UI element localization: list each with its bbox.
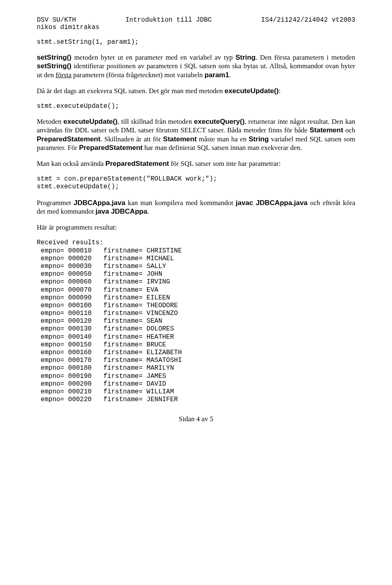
para-1-param1: param1: [205, 71, 229, 79]
para-1-t2: . Den första parametern i metoden: [256, 54, 355, 61]
para-4-preparedstatement: PreparedStatement: [105, 160, 169, 167]
para-1-first: första: [56, 71, 71, 79]
para-5-file: JDBCAppa.java: [74, 199, 125, 207]
para-5-t2: kan man kompilera med kommandot: [125, 199, 236, 207]
para-5: Programmet JDBCAppa.java kan man kompile…: [37, 199, 355, 216]
header-left: DSV SU/KTH: [37, 16, 76, 24]
results-row: empno= 000220 firstname= JENNIFER: [37, 396, 355, 404]
para-3-t6: måste man ha en: [197, 135, 249, 143]
results-row: empno= 000070 firstname= EVA: [37, 286, 355, 294]
para-3-statement: Statement: [310, 126, 343, 134]
results-row: empno= 000210 firstname= WILLIAM: [37, 388, 355, 396]
page-footer: Sidan 4 av 5: [37, 415, 355, 423]
para-4-t2: för SQL satser som inte har parametrar:: [169, 160, 281, 167]
para-1: setString() metoden byter ut en paramete…: [37, 53, 355, 79]
para-3-statement2: Statement: [163, 135, 196, 143]
para-3-executequery: executeQuery(): [194, 118, 245, 125]
results-row: empno= 000170 firstname= MASATOSHI: [37, 357, 355, 364]
para-3: Metoden executeUpdate(), till skillnad f…: [37, 117, 355, 152]
para-5-t4: .: [147, 208, 149, 215]
para-1-string: String: [236, 54, 256, 61]
para-3-preparedstatement: PreparedStatement: [37, 135, 100, 143]
para-5-cmd1: javac JDBCAppa.java: [236, 199, 307, 207]
results-row: empno= 000090 firstname= EILEEN: [37, 294, 355, 302]
para-5-cmd2: java JDBCAppa: [96, 208, 147, 215]
para-3-t4: och: [343, 126, 355, 134]
para-1-t5: .: [229, 71, 231, 79]
para-3-executeupdate: executeUpdate(): [63, 118, 117, 125]
results-row: empno= 000020 firstname= MICHAEL: [37, 255, 355, 263]
para-6: Här är programmets resultat:: [37, 223, 355, 232]
para-3-string: String: [249, 135, 269, 143]
para-2-t2: :: [278, 87, 281, 95]
results-list: empno= 000010 firstname= CHRISTINE empno…: [37, 247, 355, 404]
para-3-t1: Metoden: [37, 118, 63, 125]
results-row: empno= 000150 firstname= BRUCE: [37, 341, 355, 349]
para-3-t5: . Skillnaden är att för: [100, 135, 163, 143]
code-block-3: stmt = con.prepareStatement("ROLLBACK wo…: [37, 175, 355, 191]
para-1-t1: metoden byter ut en parameter med en var…: [71, 54, 236, 61]
document-page: DSV SU/KTH Introduktion till JDBC IS4/2i…: [0, 0, 392, 440]
para-3-preparedstatement2: PreparedStatement: [79, 144, 143, 152]
para-1-setstring: setString(): [37, 54, 71, 61]
results-row: empno= 000160 firstname= ELIZABETH: [37, 349, 355, 357]
results-row: empno= 000140 firstname= HEATHER: [37, 333, 355, 341]
code-line-2: stmt.executeUpdate();: [37, 103, 355, 110]
para-1-setstring2: setString(): [37, 62, 71, 70]
para-2-executeupdate: executeUpdate(): [225, 87, 278, 95]
header-sub: nikos dimitrakas: [37, 24, 355, 31]
results-row: empno= 000120 firstname= SEAN: [37, 317, 355, 325]
para-2: Då är det dags att exekvera SQL satsen. …: [37, 87, 355, 95]
results-header: Received results:: [37, 239, 355, 247]
code-line-1: stmt.setString(1, param1);: [37, 38, 355, 46]
results-row: empno= 000030 firstname= SALLY: [37, 263, 355, 270]
para-4-t1: Man kan också använda: [37, 160, 105, 167]
para-3-t2: , till skillnad från metoden: [118, 118, 194, 125]
para-3-t8: har man definierat SQL satsen innan man …: [143, 144, 302, 152]
para-4: Man kan också använda PreparedStatement …: [37, 159, 355, 168]
results-row: empno= 000010 firstname= CHRISTINE: [37, 247, 355, 255]
para-1-t4: parametern (första frågetecknet) mot var…: [71, 71, 205, 79]
results-row: empno= 000110 firstname= VINCENZO: [37, 310, 355, 317]
results-row: empno= 000130 firstname= DOLORES: [37, 325, 355, 333]
para-5-t1: Programmet: [37, 199, 74, 207]
results-row: empno= 000050 firstname= JOHN: [37, 270, 355, 278]
header-right: IS4/2i1242/2i4042 vt2003: [261, 16, 355, 24]
header-center: Introduktion till JDBC: [125, 16, 212, 24]
results-row: empno= 000200 firstname= DAVID: [37, 380, 355, 388]
para-2-t1: Då är det dags att exekvera SQL satsen. …: [37, 87, 225, 95]
page-header: DSV SU/KTH Introduktion till JDBC IS4/2i…: [37, 16, 355, 24]
results-row: empno= 000100 firstname= THEODORE: [37, 302, 355, 310]
results-row: empno= 000180 firstname= MARILYN: [37, 364, 355, 372]
results-row: empno= 000060 firstname= IRVING: [37, 278, 355, 286]
results-row: empno= 000190 firstname= JAMES: [37, 373, 355, 380]
